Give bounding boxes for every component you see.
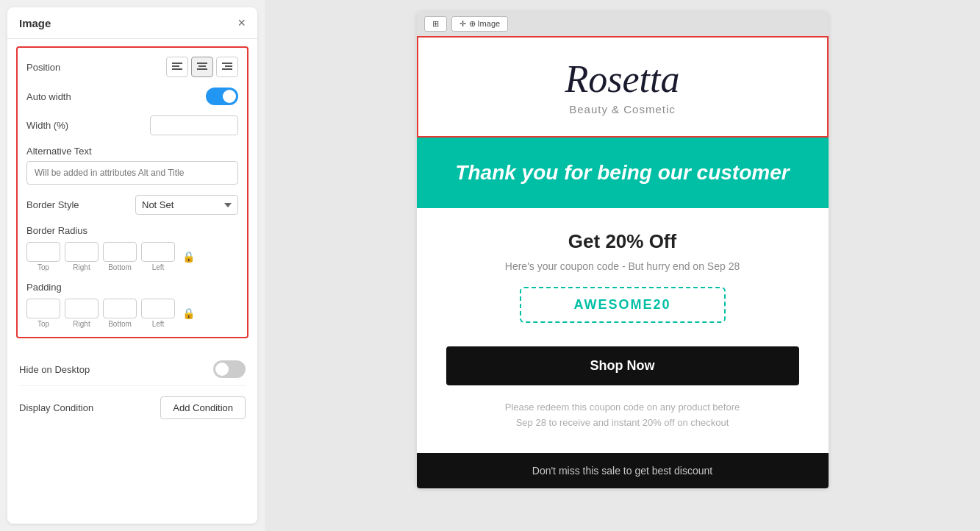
- padding-right-input[interactable]: 0: [65, 299, 99, 318]
- toggle-slider: [206, 88, 238, 105]
- border-radius-lock-icon[interactable]: 🔒: [182, 251, 195, 263]
- display-condition-row: Display Condition Add Condition: [19, 386, 246, 430]
- border-style-label: Border Style: [26, 199, 79, 210]
- email-preview: ⊞ ✛ ⊕ Image Rosetta Beauty & Cosmetic Th…: [417, 12, 829, 488]
- border-radius-left-input[interactable]: 0: [141, 242, 175, 262]
- svg-rect-1: [172, 65, 179, 67]
- align-left-icon: [172, 63, 182, 71]
- padding-bottom-input[interactable]: 0: [103, 299, 137, 318]
- email-toolbar: ⊞ ✛ ⊕ Image: [417, 12, 829, 36]
- alt-text-label: Alternative Text: [26, 146, 238, 157]
- svg-rect-6: [222, 63, 232, 64]
- border-radius-right-field: 0 Right: [65, 242, 99, 271]
- svg-rect-0: [172, 63, 182, 64]
- display-condition-label: Display Condition: [19, 402, 93, 413]
- image-toolbar-tag[interactable]: ✛ ⊕ Image: [451, 16, 509, 32]
- svg-rect-3: [197, 63, 207, 64]
- border-radius-top-field: 0 Top: [26, 242, 60, 271]
- settings-section: Position: [16, 46, 248, 338]
- border-radius-left-label: Left: [152, 263, 165, 271]
- hide-desktop-row: Hide on Desktop: [19, 353, 246, 386]
- border-radius-bottom-input[interactable]: 0: [103, 242, 137, 262]
- crosshair-icon: ✛: [459, 19, 466, 29]
- footer-banner: Don't miss this sale to get best discoun…: [417, 453, 829, 488]
- padding-top-label: Top: [37, 320, 49, 328]
- svg-rect-8: [222, 68, 232, 70]
- padding-left-field: 0 Left: [141, 299, 175, 328]
- discount-title: Get 20% Off: [446, 230, 799, 253]
- image-tag-label: ⊕ Image: [469, 19, 501, 29]
- border-radius-bottom-label: Bottom: [108, 263, 132, 271]
- border-radius-section: Border Radius 0 Top 0 Right 0 Bottom 0 L…: [26, 225, 238, 271]
- right-panel: ⊞ ✛ ⊕ Image Rosetta Beauty & Cosmetic Th…: [265, 0, 980, 531]
- redeem-line1: Please redeem this coupon code on any pr…: [446, 400, 799, 416]
- svg-rect-4: [198, 65, 206, 67]
- padding-section: Padding 0 Top 0 Right 0 Bottom 0 Left: [26, 282, 238, 328]
- position-buttons: [166, 57, 238, 77]
- redeem-text: Please redeem this coupon code on any pr…: [446, 400, 799, 431]
- border-radius-right-input[interactable]: 0: [65, 242, 99, 262]
- coupon-code: AWESOME20: [573, 297, 670, 312]
- alt-text-section: Alternative Text: [26, 146, 238, 195]
- svg-rect-2: [172, 68, 182, 70]
- teal-banner: Thank you for being our customer: [417, 138, 829, 208]
- svg-rect-7: [225, 65, 232, 67]
- border-style-select[interactable]: Not Set Solid Dashed Dotted: [135, 195, 238, 215]
- teal-banner-text: Thank you for being our customer: [432, 161, 814, 185]
- coupon-box: AWESOME20: [520, 287, 726, 323]
- logo-section: Rosetta Beauty & Cosmetic: [417, 36, 829, 138]
- padding-lock-icon[interactable]: 🔒: [182, 307, 195, 319]
- auto-width-row: Auto width: [26, 88, 238, 105]
- footer-text: Don't miss this sale to get best discoun…: [432, 465, 814, 477]
- border-radius-label: Border Radius: [26, 225, 238, 236]
- align-right-icon: [222, 63, 232, 71]
- width-label: Width (%): [26, 120, 68, 131]
- padding-label: Padding: [26, 282, 238, 293]
- auto-width-label: Auto width: [26, 91, 71, 102]
- redeem-line2: Sep 28 to receive and instant 20% off on…: [446, 416, 799, 431]
- align-center-button[interactable]: [191, 57, 213, 77]
- logo-title: Rosetta: [433, 58, 812, 100]
- hide-desktop-label: Hide on Desktop: [19, 364, 90, 375]
- border-radius-top-label: Top: [37, 263, 49, 271]
- align-center-icon: [197, 63, 207, 71]
- padding-bottom-field: 0 Bottom: [103, 299, 137, 328]
- auto-width-toggle[interactable]: [206, 88, 238, 105]
- padding-left-input[interactable]: 0: [141, 299, 175, 318]
- padding-right-field: 0 Right: [65, 299, 99, 328]
- position-row: Position: [26, 57, 238, 77]
- hide-desktop-toggle[interactable]: [213, 360, 246, 378]
- padding-right-label: Right: [73, 320, 90, 328]
- padding-left-label: Left: [152, 320, 165, 328]
- width-input[interactable]: 50: [150, 115, 238, 135]
- add-condition-button[interactable]: Add Condition: [160, 396, 246, 419]
- width-row: Width (%) 50: [26, 115, 238, 135]
- close-button[interactable]: ×: [237, 16, 246, 29]
- grid-icon: ⊞: [432, 19, 439, 29]
- logo-subtitle: Beauty & Cosmetic: [433, 103, 812, 115]
- hide-desktop-slider: [213, 360, 246, 378]
- panel-title: Image: [19, 17, 51, 29]
- discount-section: Get 20% Off Here's your coupon code - Bu…: [417, 208, 829, 453]
- alt-text-input[interactable]: [26, 161, 238, 185]
- border-radius-right-label: Right: [73, 263, 90, 271]
- align-right-button[interactable]: [216, 57, 238, 77]
- outside-section: Hide on Desktop Display Condition Add Co…: [7, 346, 257, 437]
- position-label: Position: [26, 62, 60, 73]
- border-radius-inputs: 0 Top 0 Right 0 Bottom 0 Left 🔒: [26, 242, 238, 271]
- panel-header: Image ×: [7, 7, 257, 39]
- align-left-button[interactable]: [166, 57, 188, 77]
- border-radius-bottom-field: 0 Bottom: [103, 242, 137, 271]
- border-radius-left-field: 0 Left: [141, 242, 175, 271]
- padding-top-input[interactable]: 0: [26, 299, 60, 318]
- border-radius-top-input[interactable]: 0: [26, 242, 60, 262]
- svg-rect-5: [197, 68, 207, 70]
- border-style-row: Border Style Not Set Solid Dashed Dotted: [26, 195, 238, 215]
- padding-inputs: 0 Top 0 Right 0 Bottom 0 Left 🔒: [26, 299, 238, 328]
- left-panel: Image × Position: [7, 7, 257, 524]
- grid-toolbar-button[interactable]: ⊞: [424, 16, 447, 32]
- padding-top-field: 0 Top: [26, 299, 60, 328]
- shop-now-button[interactable]: Shop Now: [446, 346, 799, 385]
- discount-subtitle: Here's your coupon code - But hurry end …: [446, 260, 799, 272]
- padding-bottom-label: Bottom: [108, 320, 132, 328]
